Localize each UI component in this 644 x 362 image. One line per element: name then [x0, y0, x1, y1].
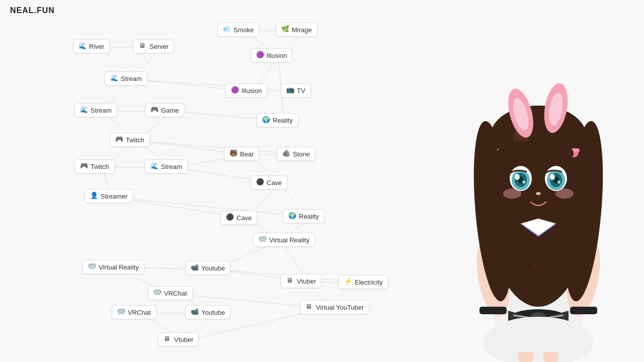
node-label-vrchat2: VRChat	[128, 309, 151, 316]
node-label-stream1: Stream	[121, 75, 142, 82]
svg-point-81	[550, 174, 555, 180]
node-icon-illusion2: 🟣	[231, 86, 239, 95]
node-stone[interactable]: 🪨Stone	[277, 147, 315, 161]
node-label-twitch1: Twitch	[126, 136, 144, 144]
node-label-youtube2: Youtube	[201, 309, 225, 316]
node-label-streamer: Streamer	[101, 193, 127, 200]
node-virtual_reality2[interactable]: 🥽Virtual Reality	[83, 260, 144, 274]
svg-point-82	[557, 180, 560, 184]
node-label-reality2: Reality	[299, 213, 319, 220]
node-icon-stone: 🪨	[282, 150, 290, 158]
svg-point-83	[536, 192, 541, 195]
node-illusion1[interactable]: 🟣Illusion	[251, 48, 292, 62]
node-icon-virtual_reality2: 🥽	[88, 263, 96, 271]
node-label-stone: Stone	[293, 150, 310, 158]
node-icon-cave2: ⚫	[226, 214, 234, 222]
node-game[interactable]: 🎮Game	[145, 103, 184, 117]
svg-rect-54	[479, 307, 507, 314]
node-reality2[interactable]: 🌍Reality	[283, 209, 325, 223]
svg-point-85	[555, 189, 574, 199]
node-stream1[interactable]: 🌊Stream	[105, 71, 147, 85]
node-vrchat1[interactable]: 🥽VRChat	[148, 286, 193, 300]
node-bear[interactable]: 🐻Bear	[224, 147, 259, 161]
site-logo: NEAL.FUN	[10, 6, 55, 15]
character-illustration: ♪	[433, 20, 644, 362]
node-icon-twitch1: 🎮	[115, 136, 123, 144]
node-icon-reality2: 🌍	[288, 212, 296, 220]
node-youtube2[interactable]: 📹Youtube	[185, 305, 230, 319]
node-label-bear: Bear	[240, 150, 254, 158]
node-vrchat2[interactable]: 🥽VRChat	[112, 305, 156, 319]
node-server[interactable]: 🖥Server	[133, 39, 174, 53]
node-icon-river: 🌊	[78, 42, 87, 50]
node-cave1[interactable]: ⚫Cave	[251, 175, 287, 190]
node-label-virtual_youtuber: Virtual YouTuber	[316, 304, 364, 311]
node-reality1[interactable]: 🌍Reality	[257, 113, 298, 127]
node-icon-youtube2: 📹	[191, 308, 199, 316]
svg-rect-99	[543, 352, 558, 362]
node-label-reality1: Reality	[273, 117, 293, 124]
node-label-river: River	[89, 43, 104, 50]
node-icon-vrchat1: 🥽	[153, 289, 162, 297]
node-label-electricity: Electricity	[355, 279, 383, 286]
node-icon-vrchat2: 🥽	[117, 308, 125, 316]
node-vtuber1[interactable]: 🖥Vtuber	[281, 274, 321, 288]
node-twitch2[interactable]: 🎮Twitch	[74, 159, 115, 173]
node-cave2[interactable]: ⚫Cave	[220, 211, 257, 225]
svg-point-76	[522, 180, 525, 184]
svg-rect-98	[518, 352, 533, 362]
node-streamer[interactable]: 👤Streamer	[85, 189, 133, 203]
svg-text:♪: ♪	[533, 262, 536, 267]
node-youtube1[interactable]: 📹Youtube	[185, 261, 230, 275]
node-smoke[interactable]: 💨Smoke	[217, 23, 259, 37]
node-mirage[interactable]: 🌿Mirage	[276, 23, 317, 37]
node-icon-bear: 🐻	[229, 150, 237, 158]
node-icon-virtual_reality1: 🥽	[259, 236, 267, 244]
node-virtual_reality1[interactable]: 🥽Virtual Reality	[253, 233, 315, 247]
node-illusion2[interactable]: 🟣Illusion	[225, 83, 267, 98]
node-label-tv: TV	[297, 87, 305, 95]
node-icon-illusion1: 🟣	[256, 51, 264, 59]
node-label-twitch2: Twitch	[91, 163, 109, 170]
node-label-illusion2: Illusion	[242, 87, 262, 95]
node-icon-reality1: 🌍	[262, 116, 270, 124]
svg-rect-55	[570, 307, 597, 314]
node-label-youtube1: Youtube	[201, 264, 225, 272]
node-icon-smoke: 💨	[223, 26, 231, 34]
node-vtuber2[interactable]: 🖥Vtuber	[158, 332, 199, 346]
node-label-illusion1: Illusion	[267, 52, 287, 59]
node-icon-cave1: ⚫	[256, 178, 264, 187]
node-icon-vtuber1: 🖥	[286, 277, 294, 285]
node-label-mirage: Mirage	[292, 26, 312, 34]
node-virtual_youtuber[interactable]: 🖥Virtual YouTuber	[300, 300, 369, 314]
node-electricity[interactable]: ⚡Electricity	[339, 275, 388, 289]
node-label-vtuber2: Vtuber	[174, 336, 193, 343]
node-icon-game: 🎮	[150, 106, 158, 114]
node-icon-stream2: 🌊	[80, 106, 88, 114]
node-icon-vtuber2: 🖥	[164, 335, 172, 343]
node-icon-server: 🖥	[139, 42, 147, 50]
node-twitch1[interactable]: 🎮Twitch	[110, 133, 150, 147]
node-label-smoke: Smoke	[233, 26, 254, 34]
node-label-cave2: Cave	[236, 214, 252, 222]
node-label-stream2: Stream	[91, 107, 112, 114]
node-stream3[interactable]: 🌊Stream	[145, 159, 188, 173]
svg-point-75	[515, 174, 520, 180]
node-icon-tv: 📺	[286, 86, 294, 95]
node-stream2[interactable]: 🌊Stream	[74, 103, 117, 117]
node-river[interactable]: 🌊River	[73, 39, 110, 53]
node-icon-electricity: ⚡	[344, 278, 352, 286]
node-icon-stream1: 🌊	[110, 74, 118, 82]
svg-point-70	[528, 141, 574, 166]
node-icon-streamer: 👤	[90, 192, 98, 200]
node-icon-virtual_youtuber: 🖥	[305, 303, 313, 311]
svg-point-84	[503, 189, 521, 199]
svg-line-27	[112, 197, 310, 217]
node-label-virtual_reality1: Virtual Reality	[269, 236, 309, 244]
node-label-game: Game	[161, 107, 179, 114]
node-label-virtual_reality2: Virtual Reality	[99, 263, 139, 271]
node-tv[interactable]: 📺TV	[281, 83, 311, 98]
node-icon-mirage: 🌿	[281, 26, 289, 34]
node-label-stream3: Stream	[161, 163, 182, 170]
node-icon-twitch2: 🎮	[80, 162, 88, 170]
